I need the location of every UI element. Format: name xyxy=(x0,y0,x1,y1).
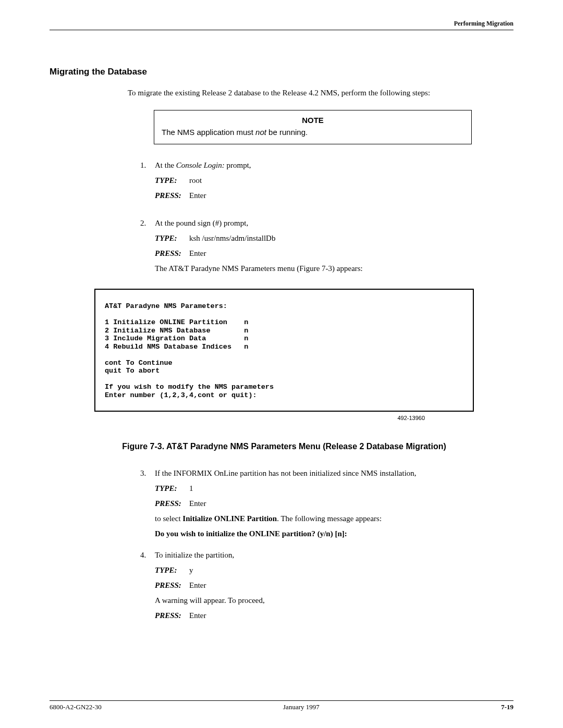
step-body: To initialize the partition, TYPE: y PRE… xyxy=(155,551,513,626)
ordered-list-continued: 3. If the INFORMIX OnLine partition has … xyxy=(140,469,513,626)
step3-line1: If the INFORMIX OnLine partition has not… xyxy=(155,469,513,478)
press-row: PRESS: Enter xyxy=(155,191,513,200)
type-label: TYPE: xyxy=(155,566,186,575)
note-text: The NMS application must not be running. xyxy=(162,128,464,137)
press-row: PRESS: Enter xyxy=(155,499,513,508)
running-header: Performing Migration xyxy=(50,20,513,30)
intro-paragraph: To migrate the existing Release 2 databa… xyxy=(128,89,513,97)
step-number: 3. xyxy=(140,469,150,538)
step-2: 2. At the pound sign (#) prompt, TYPE: k… xyxy=(140,219,513,273)
header-rule xyxy=(50,30,513,30)
figure-caption: Figure 7-3. AT&T Paradyne NMS Parameters… xyxy=(94,442,474,451)
press-value: Enter xyxy=(189,581,206,590)
type-value: ksh /usr/nms/adm/installDb xyxy=(189,234,275,243)
press-label: PRESS: xyxy=(155,611,186,620)
type-label: TYPE: xyxy=(155,484,186,493)
page: Performing Migration Migrating the Datab… xyxy=(0,0,563,728)
type-row: TYPE: 1 xyxy=(155,484,513,493)
type-row: TYPE: ksh /usr/nms/adm/installDb xyxy=(155,234,513,243)
section-heading: Migrating the Database xyxy=(50,67,513,77)
press-value: Enter xyxy=(189,191,206,200)
step-3: 3. If the INFORMIX OnLine partition has … xyxy=(140,469,513,538)
note-text-post: be running. xyxy=(266,128,308,137)
step3-mid-post: . The following message appears: xyxy=(277,514,382,523)
step-body: At the pound sign (#) prompt, TYPE: ksh … xyxy=(155,219,513,273)
ordered-list: 1. At the Console Login: prompt, TYPE: r… xyxy=(140,161,513,273)
step1-post: prompt, xyxy=(225,161,251,169)
type-label: TYPE: xyxy=(155,176,186,185)
note-title: NOTE xyxy=(162,116,464,125)
step-1: 1. At the Console Login: prompt, TYPE: r… xyxy=(140,161,513,206)
press-value: Enter xyxy=(189,499,206,508)
step-number: 4. xyxy=(140,551,150,626)
step-number: 1. xyxy=(140,161,150,206)
step3-message: Do you wish to initialize the ONLINE par… xyxy=(155,529,513,538)
footer-doc-number: 6800-A2-GN22-30 xyxy=(50,703,102,711)
press-label: PRESS: xyxy=(155,581,186,590)
type-value: 1 xyxy=(189,484,193,493)
footer-page-number: 7-19 xyxy=(501,703,513,711)
step-body: At the Console Login: prompt, TYPE: root… xyxy=(155,161,513,206)
step3-mid-bold: Initialize ONLINE Partition xyxy=(182,514,277,523)
footer-date: January 1997 xyxy=(283,703,320,711)
step2-line1: At the pound sign (#) prompt, xyxy=(155,219,513,228)
step-body: If the INFORMIX OnLine partition has not… xyxy=(155,469,513,538)
step1-em: Console Login: xyxy=(176,161,225,169)
type-value: y xyxy=(189,566,193,575)
note-text-em: not xyxy=(255,128,266,137)
press-value: Enter xyxy=(189,611,206,620)
type-row: TYPE: y xyxy=(155,566,513,575)
note-box: NOTE The NMS application must not be run… xyxy=(154,110,472,144)
step3-mid-pre: to select xyxy=(155,514,182,523)
page-footer: 6800-A2-GN22-30 January 1997 7-19 xyxy=(50,700,513,711)
press-value: Enter xyxy=(189,249,206,258)
step2-tail: The AT&T Paradyne NMS Parameters menu (F… xyxy=(155,264,513,273)
step-number: 2. xyxy=(140,219,150,273)
step4-line1: To initialize the partition, xyxy=(155,551,513,560)
type-row: TYPE: root xyxy=(155,176,513,185)
figure-reference-number: 492-13960 xyxy=(50,415,425,421)
press-label: PRESS: xyxy=(155,499,186,508)
step-4: 4. To initialize the partition, TYPE: y … xyxy=(140,551,513,626)
step1-pre: At the xyxy=(155,161,176,169)
step4-mid: A warning will appear. To proceed, xyxy=(155,596,513,605)
press-row: PRESS: Enter xyxy=(155,581,513,590)
press-label: PRESS: xyxy=(155,191,186,200)
press-label: PRESS: xyxy=(155,249,186,258)
press-row-2: PRESS: Enter xyxy=(155,611,513,620)
note-text-pre: The NMS application must xyxy=(162,128,255,137)
footer-rule xyxy=(50,700,513,701)
type-label: TYPE: xyxy=(155,234,186,243)
type-value: root xyxy=(189,176,202,185)
terminal-screen: AT&T Paradyne NMS Parameters: 1 Initiali… xyxy=(94,289,474,412)
press-row: PRESS: Enter xyxy=(155,249,513,258)
